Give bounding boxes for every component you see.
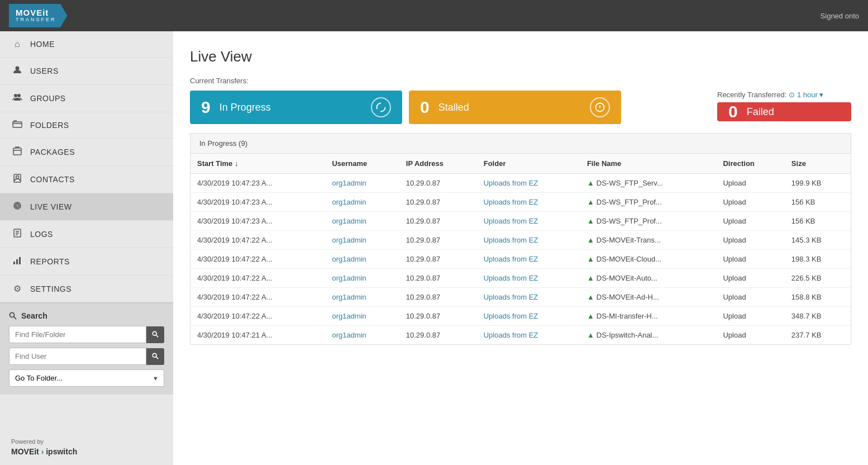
- sidebar-label-home: HOME: [30, 40, 55, 49]
- cell-filename: ▲DS-WS_FTP_Serv...: [580, 174, 717, 193]
- cell-username[interactable]: org1admin: [325, 307, 399, 326]
- goto-folder-select[interactable]: Go To Folder...: [9, 369, 164, 387]
- failed-card[interactable]: 0 Failed: [717, 102, 851, 121]
- cell-direction: Upload: [716, 212, 784, 231]
- logo-line1: MOVEit: [16, 8, 56, 18]
- cell-ip: 10.29.0.87: [399, 269, 477, 288]
- cell-folder[interactable]: Uploads from EZ: [477, 307, 580, 326]
- cell-folder[interactable]: Uploads from EZ: [477, 212, 580, 231]
- cell-size: 158.8 KB: [785, 288, 851, 307]
- upload-arrow-icon: ▲: [587, 198, 594, 206]
- table-row: 4/30/2019 10:47:22 A... org1admin 10.29.…: [190, 288, 851, 307]
- cell-ip: 10.29.0.87: [399, 307, 477, 326]
- sidebar-label-contacts: CONTACTS: [30, 175, 75, 184]
- sidebar-item-users[interactable]: USERS: [0, 58, 173, 85]
- cell-ip: 10.29.0.87: [399, 212, 477, 231]
- sidebar-item-reports[interactable]: REPORTS: [0, 248, 173, 276]
- svg-point-0: [16, 67, 20, 70]
- cell-size: 156 KB: [785, 193, 851, 212]
- find-file-button[interactable]: [146, 326, 164, 343]
- stalled-card[interactable]: 0 Stalled: [409, 91, 621, 124]
- recently-label: Recently Transferred: ⊙ 1 hour ▾: [717, 91, 851, 99]
- cell-ip: 10.29.0.87: [399, 250, 477, 269]
- powered-by-line1: Powered by: [11, 438, 162, 445]
- find-user-input[interactable]: [9, 348, 146, 365]
- cell-start-time: 4/30/2019 10:47:23 A...: [190, 193, 325, 212]
- col-ip-address: IP Address: [399, 154, 477, 174]
- svg-point-8: [16, 205, 18, 207]
- sidebar-item-settings[interactable]: ⚙ SETTINGS: [0, 276, 173, 302]
- upload-arrow-icon: ▲: [587, 293, 594, 301]
- sidebar-label-logs: LOGS: [30, 230, 53, 239]
- table-row: 4/30/2019 10:47:22 A... org1admin 10.29.…: [190, 250, 851, 269]
- in-progress-icon: [371, 97, 391, 117]
- cell-start-time: 4/30/2019 10:47:23 A...: [190, 174, 325, 193]
- home-icon: ⌂: [11, 39, 23, 49]
- table-row: 4/30/2019 10:47:22 A... org1admin 10.29.…: [190, 307, 851, 326]
- sidebar-label-users: USERS: [30, 67, 59, 75]
- search-section-label: Search: [9, 311, 164, 320]
- cell-folder[interactable]: Uploads from EZ: [477, 269, 580, 288]
- logo-line2: TRANSFER: [16, 17, 56, 23]
- cell-folder[interactable]: Uploads from EZ: [477, 250, 580, 269]
- sidebar-item-groups[interactable]: GROUPS: [0, 85, 173, 112]
- cell-username[interactable]: org1admin: [325, 193, 399, 212]
- cell-folder[interactable]: Uploads from EZ: [477, 174, 580, 193]
- powered-by-logo: MOVEit › ipswitch: [11, 447, 162, 456]
- cell-username[interactable]: org1admin: [325, 174, 399, 193]
- cell-direction: Upload: [716, 269, 784, 288]
- svg-point-2: [17, 94, 21, 97]
- cell-ip: 10.29.0.87: [399, 231, 477, 250]
- cell-direction: Upload: [716, 326, 784, 345]
- sidebar-item-packages[interactable]: PACKAGES: [0, 139, 173, 166]
- cell-username[interactable]: org1admin: [325, 212, 399, 231]
- upload-arrow-icon: ▲: [587, 312, 594, 320]
- table-row: 4/30/2019 10:47:23 A... org1admin 10.29.…: [190, 174, 851, 193]
- find-user-button[interactable]: [146, 348, 164, 365]
- sidebar-item-folders[interactable]: FOLDERS: [0, 112, 173, 139]
- recently-time-link[interactable]: ⊙ 1 hour ▾: [789, 91, 823, 99]
- svg-point-9: [15, 203, 20, 208]
- cell-username[interactable]: org1admin: [325, 288, 399, 307]
- col-start-time[interactable]: Start Time ↓: [190, 154, 325, 174]
- cell-ip: 10.29.0.87: [399, 288, 477, 307]
- search-label-text: Search: [21, 311, 47, 320]
- col-folder: Folder: [477, 154, 580, 174]
- cell-folder[interactable]: Uploads from EZ: [477, 326, 580, 345]
- cell-username[interactable]: org1admin: [325, 231, 399, 250]
- sidebar-item-contacts[interactable]: CONTACTS: [0, 166, 173, 193]
- cell-filename: ▲DS-MI-transfer-H...: [580, 307, 717, 326]
- cell-username[interactable]: org1admin: [325, 326, 399, 345]
- table-row: 4/30/2019 10:47:23 A... org1admin 10.29.…: [190, 193, 851, 212]
- groups-icon: [11, 93, 23, 104]
- cell-filename: ▲DS-MOVEit-Auto...: [580, 269, 717, 288]
- current-transfers-label: Current Transfers:: [190, 77, 851, 85]
- cell-folder[interactable]: Uploads from EZ: [477, 231, 580, 250]
- packages-icon: [11, 146, 23, 158]
- table-header-row: In Progress (9): [190, 134, 851, 154]
- stalled-label: Stalled: [438, 102, 581, 113]
- upload-arrow-icon: ▲: [587, 255, 594, 263]
- cell-size: 199.9 KB: [785, 174, 851, 193]
- in-progress-card[interactable]: 9 In Progress: [190, 91, 402, 124]
- cell-username[interactable]: org1admin: [325, 269, 399, 288]
- in-progress-label: In Progress: [220, 102, 362, 113]
- sidebar-item-liveview[interactable]: LIVE VIEW: [0, 193, 173, 221]
- cell-filename: ▲DS-MOVEit-Cloud...: [580, 250, 717, 269]
- find-file-input[interactable]: [9, 326, 146, 343]
- cell-direction: Upload: [716, 307, 784, 326]
- recently-transferred-panel: Recently Transferred: ⊙ 1 hour ▾ 0 Faile…: [706, 91, 851, 121]
- table-row: 4/30/2019 10:47:21 A... org1admin 10.29.…: [190, 326, 851, 345]
- sidebar-item-logs[interactable]: LOGS: [0, 221, 173, 248]
- cell-ip: 10.29.0.87: [399, 193, 477, 212]
- sidebar-item-home[interactable]: ⌂ HOME: [0, 31, 173, 58]
- cell-username[interactable]: org1admin: [325, 250, 399, 269]
- table-row: 4/30/2019 10:47:22 A... org1admin 10.29.…: [190, 269, 851, 288]
- upload-arrow-icon: ▲: [587, 331, 594, 339]
- upload-arrow-icon: ▲: [587, 274, 594, 282]
- cell-folder[interactable]: Uploads from EZ: [477, 193, 580, 212]
- svg-point-6: [16, 176, 19, 179]
- cell-folder[interactable]: Uploads from EZ: [477, 288, 580, 307]
- failed-count: 0: [728, 102, 738, 121]
- failed-label: Failed: [747, 106, 840, 118]
